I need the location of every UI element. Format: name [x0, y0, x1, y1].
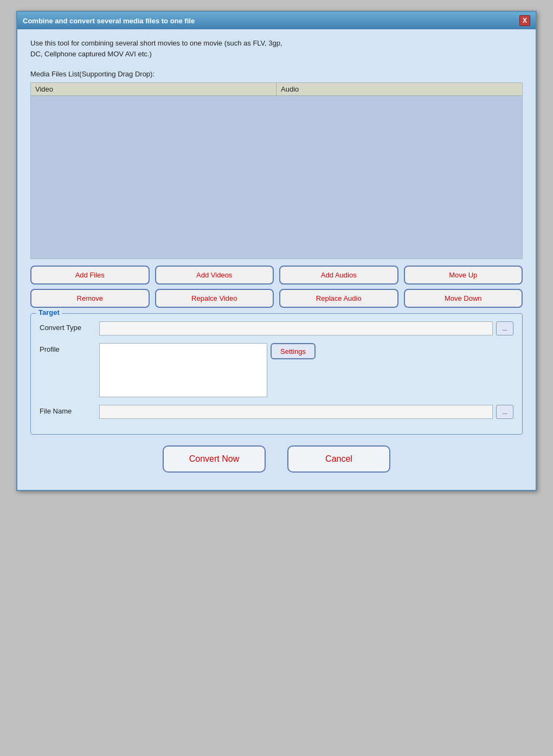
title-bar: Combine and convert several media files …	[17, 12, 536, 29]
button-row-2: Remove Repalce Video Replace Audio Move …	[30, 289, 523, 308]
description-line1: Use this tool for combining several shor…	[30, 38, 523, 49]
add-audios-button[interactable]: Add Audios	[279, 266, 398, 285]
file-name-label: File Name	[40, 405, 99, 415]
button-row-1: Add Files Add Videos Add Audios Move Up	[30, 266, 523, 285]
cancel-button[interactable]: Cancel	[287, 445, 390, 473]
remove-button[interactable]: Remove	[30, 289, 150, 308]
file-list-label: Media Files List(Supporting Drag Drop):	[30, 70, 523, 78]
target-legend: Target	[36, 308, 62, 316]
settings-button[interactable]: Settings	[271, 343, 316, 359]
bottom-buttons: Convert Now Cancel	[30, 445, 523, 481]
profile-row: Profile Settings	[40, 343, 513, 397]
file-name-browse-button[interactable]: ...	[496, 405, 513, 419]
move-up-button[interactable]: Move Up	[404, 266, 523, 285]
convert-type-controls: ...	[99, 321, 513, 335]
replace-audio-button[interactable]: Replace Audio	[279, 289, 398, 308]
file-list-body[interactable]	[31, 96, 522, 259]
add-videos-button[interactable]: Add Videos	[155, 266, 274, 285]
convert-now-button[interactable]: Convert Now	[163, 445, 266, 473]
column-audio: Audio	[276, 83, 522, 95]
convert-type-browse-button[interactable]: ...	[496, 321, 513, 335]
convert-type-input[interactable]	[99, 321, 493, 335]
column-video: Video	[31, 83, 276, 95]
convert-type-row: Convert Type ...	[40, 321, 513, 335]
add-files-button[interactable]: Add Files	[30, 266, 150, 285]
file-name-controls: ...	[99, 405, 513, 419]
profile-label: Profile	[40, 343, 99, 353]
main-window: Combine and convert several media files …	[16, 11, 537, 491]
move-down-button[interactable]: Move Down	[404, 289, 523, 308]
target-section: Target Convert Type ... Profile Settings…	[30, 313, 523, 435]
profile-textarea[interactable]	[99, 343, 267, 397]
close-button[interactable]: X	[519, 15, 530, 26]
convert-type-label: Convert Type	[40, 321, 99, 332]
description-text: Use this tool for combining several shor…	[30, 38, 523, 59]
profile-controls: Settings	[99, 343, 513, 397]
description-line2: DC, Cellphone captured MOV AVI etc.)	[30, 49, 523, 60]
file-list-header: Video Audio	[31, 83, 522, 96]
replace-video-button[interactable]: Repalce Video	[155, 289, 274, 308]
file-name-row: File Name ...	[40, 405, 513, 419]
file-name-input[interactable]	[99, 405, 493, 419]
window-title: Combine and convert several media files …	[23, 17, 195, 25]
file-list-container: Video Audio	[30, 82, 523, 259]
